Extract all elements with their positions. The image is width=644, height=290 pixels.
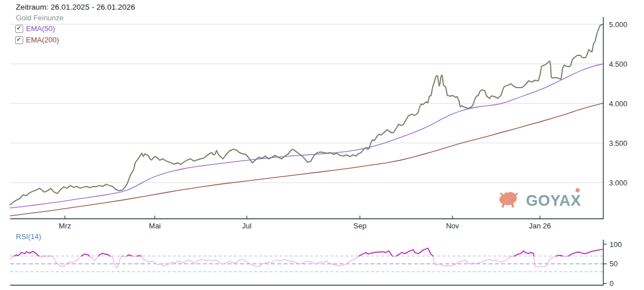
x-axis-label-Mrz: Mrz — [59, 222, 71, 230]
rsi-line-overbought-8 — [359, 251, 393, 256]
ema50-checkbox[interactable] — [15, 25, 23, 33]
x-axis-label-Jan 26: Jan 26 — [529, 222, 551, 230]
rsi-line-overbought-9 — [396, 248, 433, 256]
y-axis-label-3.000: 3.000 — [609, 179, 628, 187]
rsi-line-overbought-10 — [514, 251, 534, 256]
x-axis-label-Sep: Sep — [353, 222, 366, 230]
rsi-axis-label-100: 100 — [610, 240, 622, 249]
goyax-logo: GOYAX — [497, 191, 581, 210]
rsi-line — [10, 248, 603, 268]
chart-header: Zeitraum: 26.01.2025 - 26.01.2026 Gold F… — [16, 3, 135, 45]
goyax-bull-icon — [497, 191, 521, 210]
y-axis-label-3.500: 3.500 — [609, 139, 628, 148]
ema200-toggle[interactable]: EMA(200) — [15, 35, 135, 45]
instrument-label: Gold Feinunze — [16, 14, 135, 22]
rsi-label: RSI(14) — [16, 232, 41, 241]
x-axis-label-Nov: Nov — [446, 222, 459, 230]
goyax-logo-text: GOYAX — [526, 191, 581, 210]
y-axis-label-4.000: 4.000 — [609, 99, 628, 108]
ema50-line — [10, 64, 603, 208]
rsi-line-overbought-0 — [14, 252, 39, 256]
x-axis-label-Mai: Mai — [149, 222, 161, 230]
x-axis-label-Jul: Jul — [242, 222, 252, 230]
ema200-label: EMA(200) — [26, 36, 59, 44]
period-label: Zeitraum: 26.01.2025 - 26.01.2026 — [16, 3, 135, 11]
rsi-line-overbought-4 — [99, 253, 110, 256]
ema50-toggle[interactable]: EMA(50) — [15, 24, 135, 33]
price-line — [10, 24, 603, 205]
rsi-line-overbought-12 — [568, 249, 603, 256]
ema200-checkbox[interactable] — [15, 36, 23, 44]
bull-shape — [499, 192, 518, 208]
y-axis-label-5.000: 5.000 — [609, 20, 628, 29]
chart-panel: 5.0004.5004.0003.5003.000MrzMaiJulSepNov… — [0, 0, 644, 290]
rsi-axis-label-50: 50 — [610, 259, 617, 268]
ema50-label: EMA(50) — [26, 24, 55, 33]
rsi-axis-label-0: 0 — [610, 279, 613, 288]
rsi-line-overbought-7 — [137, 256, 141, 256]
y-axis-label-4.500: 4.500 — [609, 60, 628, 68]
